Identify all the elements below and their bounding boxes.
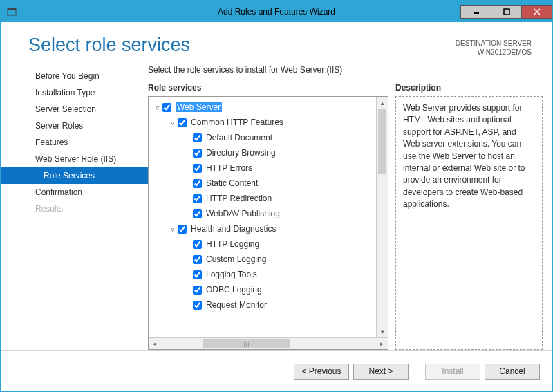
tree-checkbox[interactable]: [193, 194, 202, 203]
tree-item-custom-logging[interactable]: Custom Logging: [149, 252, 388, 267]
tree-item-label: Common HTTP Features: [191, 118, 283, 127]
tree-item-default-document[interactable]: Default Document: [149, 130, 388, 145]
tree-checkbox[interactable]: [193, 240, 202, 249]
sidebar-item-results: Results: [1, 200, 148, 217]
minimize-button[interactable]: [460, 5, 491, 19]
tree-checkbox[interactable]: [162, 103, 171, 112]
destination-value: WIN2012DEMOS: [456, 48, 532, 57]
cancel-button[interactable]: Cancel: [485, 364, 540, 380]
instruction-text: Select the role services to install for …: [148, 61, 543, 83]
sidebar-item-server-roles[interactable]: Server Roles: [1, 118, 148, 134]
sidebar-item-before-you-begin[interactable]: Before You Begin: [1, 68, 148, 84]
tree-checkbox[interactable]: [178, 225, 187, 234]
tree-item-label: Logging Tools: [206, 270, 257, 279]
tree-item-label: ODBC Logging: [206, 285, 262, 295]
tree-checkbox[interactable]: [193, 149, 202, 158]
description-text: Web Server provides support for HTML Web…: [395, 96, 543, 350]
install-button[interactable]: Install: [425, 364, 480, 380]
description-label: Description: [395, 83, 543, 93]
maximize-icon: [503, 8, 510, 15]
sidebar-item-role-services[interactable]: Role Services: [1, 167, 148, 184]
destination-info: DESTINATION SERVER WIN2012DEMOS: [456, 35, 532, 57]
tree-checkbox[interactable]: [193, 164, 202, 173]
tree-item-http-redirection[interactable]: HTTP Redirection: [149, 191, 388, 206]
tree-item-webdav-publishing[interactable]: WebDAV Publishing: [149, 206, 388, 221]
tree-checkbox[interactable]: [193, 301, 202, 310]
scroll-left-icon[interactable]: ◂: [149, 338, 160, 349]
maximize-button[interactable]: [491, 5, 522, 19]
destination-label: DESTINATION SERVER: [456, 39, 532, 48]
tree-item-label: HTTP Redirection: [206, 194, 272, 203]
tree-item-web-server[interactable]: ▿Web Server: [149, 100, 388, 115]
tree-item-odbc-logging[interactable]: ODBC Logging: [149, 282, 388, 297]
tree-item-label: Custom Logging: [206, 254, 266, 264]
tree-item-label: Directory Browsing: [206, 148, 276, 158]
vertical-scrollbar[interactable]: ▴ ▾: [376, 97, 388, 337]
tree-checkbox[interactable]: [193, 133, 202, 142]
scroll-right-icon[interactable]: ▸: [376, 338, 388, 349]
tree-item-request-monitor[interactable]: Request Monitor: [149, 297, 388, 312]
titlebar[interactable]: Add Roles and Features Wizard: [1, 1, 552, 22]
sidebar-item-installation-type[interactable]: Installation Type: [1, 84, 148, 101]
close-button[interactable]: [521, 5, 552, 19]
sidebar-item-confirmation[interactable]: Confirmation: [1, 184, 148, 200]
hscroll-thumb[interactable]: |||: [203, 339, 290, 348]
tree-item-directory-browsing[interactable]: Directory Browsing: [149, 145, 388, 160]
scroll-up-icon[interactable]: ▴: [377, 97, 388, 109]
expander-icon[interactable]: ▿: [168, 225, 176, 233]
wizard-sidebar: Before You BeginInstallation TypeServer …: [1, 61, 148, 350]
tree-item-common-http-features[interactable]: ▿Common HTTP Features: [149, 115, 388, 130]
scroll-down-icon[interactable]: ▾: [377, 326, 388, 337]
sidebar-item-web-server-role-iis-[interactable]: Web Server Role (IIS): [1, 151, 148, 167]
tree-item-label: HTTP Logging: [206, 239, 259, 249]
role-services-tree[interactable]: ▿Web Server▿Common HTTP FeaturesDefault …: [148, 96, 388, 350]
minimize-icon: [473, 8, 480, 15]
tree-item-label: Request Monitor: [206, 300, 267, 310]
expander-icon[interactable]: ▿: [153, 104, 161, 111]
wizard-footer: < Previous Next > Install Cancel: [1, 350, 552, 392]
svg-rect-3: [504, 9, 509, 15]
horizontal-scrollbar[interactable]: ◂ ||| ▸: [149, 337, 388, 349]
tree-item-label: WebDAV Publishing: [206, 209, 280, 218]
tree-checkbox[interactable]: [193, 286, 202, 295]
tree-item-static-content[interactable]: Static Content: [149, 176, 388, 191]
next-button[interactable]: Next >: [353, 364, 409, 380]
tree-pane-label: Role services: [148, 83, 388, 93]
tree-item-logging-tools[interactable]: Logging Tools: [149, 267, 388, 282]
tree-checkbox[interactable]: [193, 270, 202, 279]
tree-item-http-errors[interactable]: HTTP Errors: [149, 160, 388, 176]
previous-button[interactable]: < Previous: [294, 364, 349, 380]
tree-item-label: Default Document: [206, 133, 272, 142]
tree-checkbox[interactable]: [193, 179, 202, 188]
close-icon: [534, 8, 541, 15]
vscroll-thumb[interactable]: [378, 109, 386, 174]
tree-checkbox[interactable]: [193, 255, 202, 264]
tree-checkbox[interactable]: [193, 209, 202, 218]
tree-item-http-logging[interactable]: HTTP Logging: [149, 236, 388, 252]
tree-item-label: Web Server: [176, 102, 222, 112]
sidebar-item-features[interactable]: Features: [1, 134, 148, 151]
tree-item-label: Static Content: [206, 178, 258, 188]
tree-item-label: Health and Diagnostics: [191, 224, 276, 234]
expander-icon[interactable]: ▿: [168, 119, 176, 127]
tree-checkbox[interactable]: [178, 118, 187, 127]
page-title: Select role services: [28, 35, 190, 56]
tree-item-health-and-diagnostics[interactable]: ▿Health and Diagnostics: [149, 221, 388, 236]
sidebar-item-server-selection[interactable]: Server Selection: [1, 101, 148, 118]
tree-item-label: HTTP Errors: [206, 163, 252, 173]
